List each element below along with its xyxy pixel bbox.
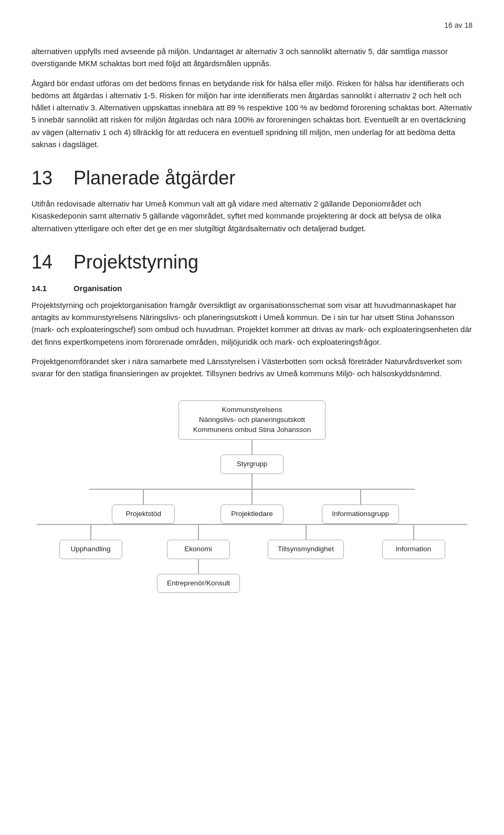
h-bar-level4: Upphandling Ekonomi Tillsynsmyndighet In… (37, 524, 467, 559)
connector-to-entreprenor: Entreprenör/Konsult (157, 559, 240, 593)
section-14-heading: 14 Projektstyrning (32, 251, 472, 273)
org-box-informationsgrupp: Informationsgrupp (322, 504, 399, 524)
section-14-number: 14 (32, 251, 74, 273)
connector-ekonomi (198, 525, 199, 540)
subsection-141-heading: 14.1 Organisation (32, 284, 472, 293)
connector-v1 (251, 440, 253, 455)
level5-connector-area: Entreprenör/Konsult (37, 559, 467, 593)
section-14-para-2: Projektgenomförandet sker i nära samarbe… (32, 355, 472, 380)
h-bar-level3: Projektstöd Projektledare Informationsgr… (89, 489, 415, 524)
connector-projektstod (143, 490, 144, 504)
paragraph-2: Åtgärd bör endast utföras om det bedöms … (32, 77, 472, 151)
col-projektstod: Projektstöd (89, 489, 198, 524)
level3-connector-area: Projektstöd Projektledare Informationsgr… (32, 474, 472, 524)
col-projektledare: Projektledare (198, 489, 307, 524)
subsection-141-title: Organisation (74, 284, 122, 293)
org-box-projektledare: Projektledare (220, 504, 284, 524)
connector-v2 (251, 474, 253, 489)
col-ekonomi: Ekonomi (144, 524, 252, 559)
org-box-tillsynsmyndighet: Tillsynsmyndighet (268, 540, 344, 559)
section-13-heading: 13 Planerade åtgärder (32, 167, 472, 189)
section-14-para-1: Projektstyrning och projektorganisation … (32, 299, 472, 348)
connector-informationsgrupp (360, 490, 361, 504)
col-information: Information (360, 524, 467, 559)
connector-information (413, 525, 414, 540)
section-14-title: Projektstyrning (74, 251, 198, 273)
org-box-information: Information (382, 540, 445, 559)
subsection-141-number: 14.1 (32, 284, 74, 293)
connector-v-ekonomi-down (198, 559, 199, 574)
col-tillsynsmyndighet: Tillsynsmyndighet (252, 524, 360, 559)
org-box-top: Kommunstyrelsens Näringslivs- och planer… (178, 400, 326, 440)
level4-connector-area: Upphandling Ekonomi Tillsynsmyndighet In… (32, 524, 472, 559)
connector-projektledare (251, 490, 253, 504)
connector-upphandling (90, 525, 91, 540)
section-13-title: Planerade åtgärder (74, 167, 235, 189)
org-box-styrgrupp: Styrgrupp (220, 455, 284, 474)
col-informationsgrupp: Informationsgrupp (306, 489, 415, 524)
col-upphandling: Upphandling (37, 524, 144, 559)
org-top-line-3: Kommunens ombud Stina Johansson (188, 425, 316, 435)
page-number: 16 av 18 (32, 21, 472, 29)
org-top-line-1: Kommunstyrelsens (188, 405, 316, 415)
org-top-line-2: Näringslivs- och planeringsutskott (188, 415, 316, 425)
paragraph-1: alternativen uppfylls med avseende på mi… (32, 45, 472, 70)
org-box-projektstod: Projektstöd (112, 504, 175, 524)
connector-tillsynsmyndighet (306, 525, 307, 540)
org-chart: Kommunstyrelsens Näringslivs- och planer… (32, 400, 472, 593)
org-box-entreprenor: Entreprenör/Konsult (157, 574, 240, 593)
org-box-upphandling: Upphandling (59, 540, 122, 559)
section-13-number: 13 (32, 167, 74, 189)
section-13-text: Utifrån redovisade alternativ har Umeå K… (32, 198, 472, 234)
org-box-ekonomi: Ekonomi (167, 540, 230, 559)
